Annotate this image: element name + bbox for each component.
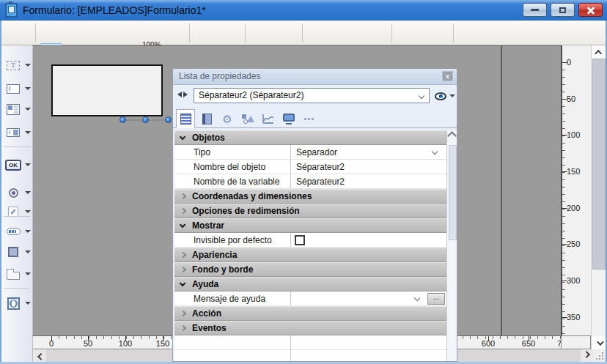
tab-container-icon <box>7 272 20 280</box>
form-surface[interactable] <box>51 64 163 116</box>
toolbar-separator <box>391 23 392 42</box>
minimize-icon <box>531 9 539 11</box>
chevron-left-icon <box>37 353 44 360</box>
chevron-down-icon[interactable] <box>419 93 424 99</box>
invisible-checkbox[interactable] <box>295 235 305 245</box>
palette-static-text-control[interactable]: T <box>1 56 33 75</box>
selection-handle[interactable] <box>119 116 126 123</box>
ruler-label: 0 <box>567 58 571 67</box>
ellipsis-button[interactable]: ... <box>427 293 445 305</box>
palette-checkbox-control[interactable]: ✓ <box>1 202 33 221</box>
socket-icon <box>7 297 20 310</box>
chevron-down-icon[interactable] <box>25 250 31 253</box>
progress-bar-icon <box>7 228 21 235</box>
chevron-collapsed-icon <box>180 311 186 316</box>
panel-close-button[interactable]: x <box>442 71 453 81</box>
list-box-icon <box>7 104 20 115</box>
scroll-left-button[interactable] <box>33 349 46 362</box>
chevron-down-icon[interactable] <box>25 230 31 233</box>
chevron-down-icon[interactable] <box>25 87 31 90</box>
vertical-scroll-thumb[interactable] <box>592 59 606 270</box>
palette-button-control[interactable]: OK <box>1 155 33 174</box>
chevron-down-icon[interactable] <box>25 272 31 275</box>
property-value[interactable]: Séparateur2 <box>296 177 345 187</box>
resize-grip[interactable] <box>594 349 606 362</box>
panel-icon <box>8 247 18 257</box>
vertical-scrollbar[interactable] <box>591 45 606 349</box>
selection-handle[interactable] <box>165 116 172 123</box>
arrow-right-icon[interactable] <box>183 92 188 97</box>
palette-separator <box>4 216 30 217</box>
property-row-tipo[interactable]: Tipo Separador <box>174 145 446 160</box>
selection-handle[interactable] <box>142 116 149 123</box>
tab-settings[interactable]: ⚙ <box>218 109 237 128</box>
palette-combo-control[interactable]: I <box>1 123 33 142</box>
chevron-down-icon[interactable] <box>25 191 31 194</box>
gear-tab-icon: ⚙ <box>222 114 232 125</box>
visibility-eye-button[interactable] <box>435 92 446 100</box>
chevron-down-icon[interactable] <box>449 94 455 97</box>
property-row-invisible[interactable]: Invisible por defecto <box>174 233 446 248</box>
tab-display[interactable] <box>279 109 298 128</box>
palette-radio-control[interactable] <box>1 183 33 202</box>
property-value[interactable]: Separador <box>296 147 337 157</box>
section-fondo-borde[interactable]: Fondo y borde <box>174 262 446 277</box>
toolbar-separator <box>245 23 246 42</box>
close-button[interactable] <box>578 3 603 17</box>
section-coordenadas[interactable]: Coordenadas y dimensiones <box>174 189 446 204</box>
chevron-down-icon[interactable] <box>25 302 31 305</box>
scroll-up-button[interactable] <box>592 45 606 59</box>
grid-scroll-thumb[interactable] <box>449 145 457 240</box>
chevron-down-icon[interactable] <box>432 149 438 155</box>
vertical-ruler: 0 50 100 150 200 250 300 350 <box>561 45 591 335</box>
section-redimension[interactable]: Opciones de redimensión <box>174 204 446 218</box>
static-text-icon: T <box>7 61 20 70</box>
chevron-down-icon[interactable] <box>25 64 31 67</box>
tab-more[interactable] <box>300 109 319 128</box>
minimize-button[interactable] <box>523 3 547 17</box>
property-row-nombre-objeto[interactable]: Nombre del objeto Séparateur2 <box>174 160 446 174</box>
section-objetos[interactable]: Objetos <box>174 130 446 145</box>
ruler-label: 250 <box>567 239 580 248</box>
chevron-down-icon[interactable] <box>25 210 31 213</box>
scroll-down-button[interactable] <box>592 336 606 349</box>
tab-chart[interactable] <box>259 109 278 128</box>
chevron-right-icon <box>583 351 590 358</box>
section-label: Fondo y borde <box>192 264 253 275</box>
ruler-label: 650 <box>520 339 537 348</box>
tab-general[interactable] <box>176 109 195 128</box>
tab-detail[interactable] <box>197 109 216 128</box>
palette-edit-control[interactable]: I <box>1 79 33 98</box>
palette-socket-control[interactable] <box>1 294 33 313</box>
restore-button[interactable] <box>551 3 575 17</box>
ruler-label: 200 <box>567 204 580 212</box>
property-row-mensaje-ayuda[interactable]: Mensaje de ayuda ... <box>174 291 446 306</box>
palette-progressbar-control[interactable] <box>1 222 33 241</box>
section-eventos[interactable]: Eventos <box>174 321 446 335</box>
palette-list-control[interactable] <box>1 100 33 119</box>
object-selector-combobox[interactable]: Séparateur2 (Séparateur2) <box>194 88 430 103</box>
ruler-label: 50 <box>80 339 96 348</box>
chevron-down-icon[interactable] <box>414 295 420 301</box>
chevron-collapsed-icon <box>180 252 186 258</box>
palette-tab-control[interactable] <box>1 264 33 283</box>
section-accion[interactable]: Acción <box>174 306 446 321</box>
grid-scrollbar[interactable] <box>446 130 457 362</box>
section-mostrar[interactable]: Mostrar <box>174 218 446 233</box>
arrow-left-icon[interactable] <box>177 92 182 97</box>
property-row-nombre-variable[interactable]: Nombre de la variable Séparateur2 <box>174 174 446 189</box>
properties-panel-title: Lista de propiedades <box>173 69 457 85</box>
property-value[interactable]: Séparateur2 <box>296 162 345 172</box>
object-prev-next-arrows[interactable] <box>177 92 188 97</box>
chevron-down-icon[interactable] <box>25 163 31 166</box>
palette-panel-control[interactable] <box>1 242 33 261</box>
chevron-down-icon[interactable] <box>25 108 31 111</box>
section-apariencia[interactable]: Apariencia <box>174 248 446 262</box>
section-ayuda[interactable]: Ayuda <box>174 277 446 291</box>
ruler-label: 600 <box>480 339 496 348</box>
empty-row <box>174 335 446 350</box>
tab-style[interactable] <box>238 109 257 128</box>
chevron-down-icon[interactable] <box>25 131 31 134</box>
chevron-up-icon[interactable] <box>447 131 457 141</box>
scroll-right-button[interactable] <box>581 349 594 362</box>
